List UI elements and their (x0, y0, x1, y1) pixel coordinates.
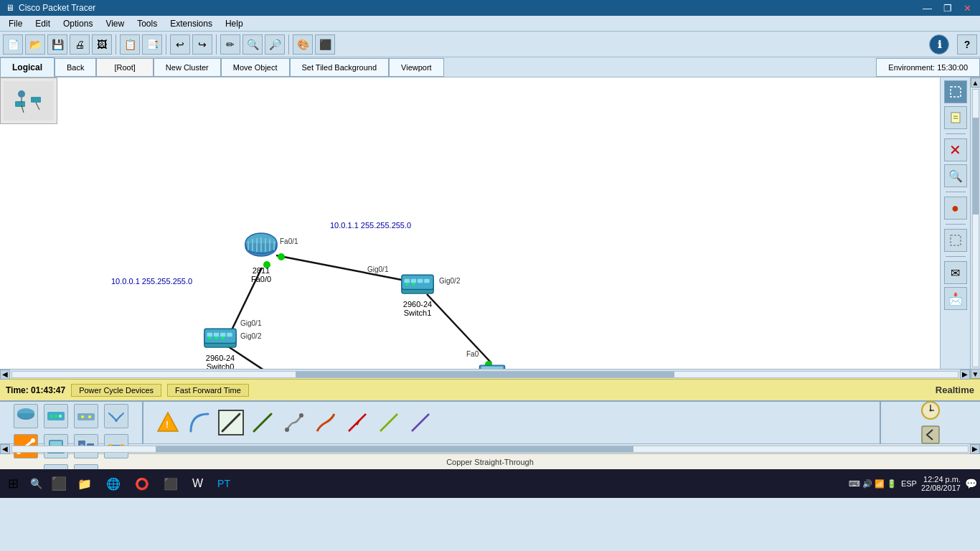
ip-left: 10.0.0.1 255.255.255.0 (111, 277, 192, 286)
thumbnail (0, 77, 57, 124)
copy-button[interactable]: 📋 (120, 34, 140, 55)
switches-category[interactable] (44, 404, 68, 428)
cisco-pt-task[interactable]: PT (212, 471, 236, 496)
scroll-left-btn2[interactable]: ◀ (0, 444, 10, 454)
straight-through-button[interactable] (218, 410, 244, 435)
scroll-down-button[interactable]: ▼ (971, 369, 981, 379)
close-button[interactable]: ✕ (961, 3, 974, 14)
main-toolbar: 📄 📂 💾 🖨 🖼 📋 📑 ↩ ↪ ✏ 🔍 🔎 🎨 ⬛ ℹ ? (0, 32, 980, 57)
paste-button[interactable]: 📑 (142, 34, 162, 55)
console-cable-button[interactable] (187, 410, 212, 435)
usb-cable-button[interactable] (407, 410, 433, 435)
new-cluster-button[interactable]: New Cluster (154, 58, 221, 77)
print-button[interactable]: 🖨 (70, 34, 90, 55)
zoom-button[interactable]: 🔍 (944, 164, 967, 187)
svg-rect-57 (951, 235, 961, 245)
zoom-out-button[interactable]: 🔎 (265, 34, 285, 55)
open-button[interactable]: 📂 (25, 34, 45, 55)
fast-forward-button[interactable]: Fast Forward Time (167, 384, 249, 397)
note-button[interactable] (944, 106, 967, 129)
chrome-task[interactable]: ⭕ (129, 471, 155, 496)
serial-dte-button[interactable] (344, 410, 370, 435)
palette-button[interactable]: 🎨 (293, 34, 313, 55)
zoom-in-button[interactable]: 🔍 (242, 34, 263, 55)
svg-rect-39 (405, 279, 410, 283)
scroll-left-button[interactable]: ◀ (0, 369, 10, 380)
scroll-right-btn2[interactable]: ▶ (970, 444, 980, 454)
help-button[interactable]: ? (957, 34, 977, 55)
network-canvas[interactable]: 2811 Fa0/0 Fa0/1 (0, 77, 940, 369)
scroll-track[interactable] (11, 371, 958, 378)
svg-point-44 (413, 283, 415, 286)
bottom-scrollbar[interactable]: ◀ ▶ (0, 443, 980, 453)
maximize-button[interactable]: ❐ (941, 3, 955, 14)
routers-category[interactable] (14, 404, 38, 428)
crossover-cable-button[interactable] (250, 410, 275, 435)
switch1-name: 2960-24 (403, 300, 432, 309)
svg-rect-54 (951, 113, 960, 123)
set-tiled-bg-button[interactable]: Set Tiled Background (290, 58, 390, 77)
horizontal-scrollbar[interactable]: ◀ ▶ (0, 369, 970, 379)
delete-button[interactable]: ✕ (944, 138, 967, 161)
menu-options[interactable]: Options (57, 17, 98, 30)
notification-button[interactable]: 💬 (965, 478, 977, 489)
window-controls[interactable]: — ❐ ✕ (920, 3, 974, 14)
fiber-cable-button[interactable] (281, 410, 307, 435)
minimize-button[interactable]: — (920, 3, 935, 14)
edge-task[interactable]: 🌐 (100, 471, 126, 496)
device-toolbar: ! ! (0, 400, 980, 443)
scroll-right-button[interactable]: ▶ (960, 369, 970, 380)
power-cycle-button[interactable]: Power Cycle Devices (71, 384, 161, 397)
custom-button[interactable]: ⬛ (315, 34, 335, 55)
language-indicator: ESP (901, 479, 917, 488)
start-button[interactable]: ⊞ (3, 474, 23, 494)
logical-tab[interactable]: Logical (0, 57, 55, 77)
capture-button[interactable]: 🖼 (92, 34, 112, 55)
menu-file[interactable]: File (3, 17, 28, 30)
task-view-button[interactable]: ⬛ (49, 474, 69, 494)
menu-edit[interactable]: Edit (29, 17, 56, 30)
back-button[interactable]: Back (55, 58, 96, 77)
rt-separator2 (946, 192, 966, 192)
save-button[interactable]: 💾 (47, 34, 67, 55)
info-button[interactable]: ℹ (929, 34, 949, 55)
serial-dce-button[interactable] (376, 410, 402, 435)
wireless-category[interactable] (104, 404, 128, 428)
menu-help[interactable]: Help (220, 17, 249, 30)
laptop1[interactable]: Fa0 Laptop-PT Laptop1 (473, 363, 510, 369)
menu-extensions[interactable]: Extensions (164, 17, 218, 30)
dashed-select-button[interactable] (944, 229, 967, 252)
select-tool-button[interactable] (944, 80, 967, 103)
svg-point-67 (115, 419, 118, 422)
v-scroll-track[interactable] (972, 89, 979, 367)
canvas-with-scroll: 2811 Fa0/0 Fa0/1 (0, 77, 970, 379)
svg-rect-50 (481, 367, 503, 369)
search-taskbar-button[interactable]: 🔍 (26, 474, 46, 494)
email-button[interactable]: ✉ (944, 261, 967, 284)
word-task[interactable]: W (187, 471, 209, 496)
scroll-up-button[interactable]: ▲ (971, 77, 981, 88)
menu-view[interactable]: View (100, 17, 130, 30)
redo-button[interactable]: ↪ (192, 34, 212, 55)
new-file-button[interactable]: 📄 (3, 34, 23, 55)
router-2811[interactable]: 2811 Fa0/0 Fa0/1 (244, 232, 278, 283)
vertical-scrollbar[interactable]: ▲ ▼ (970, 77, 980, 379)
draw-button[interactable]: ✏ (220, 34, 240, 55)
shape-select-button[interactable]: ● (944, 197, 967, 220)
viewport-button[interactable]: Viewport (389, 58, 444, 77)
realtime-clock-icon[interactable] (920, 400, 941, 421)
switch1[interactable]: 2960-24 Switch1 Gig0/1 Gig0/2 (400, 271, 435, 317)
menu-tools[interactable]: Tools (131, 17, 163, 30)
envelope-button[interactable]: 📩 (944, 287, 967, 310)
hubs-category[interactable] (74, 404, 98, 428)
svg-rect-31 (214, 333, 219, 337)
back-icon[interactable] (920, 424, 941, 446)
phone-cable-button[interactable] (313, 410, 339, 435)
switch0[interactable]: 2960-24 Switch0 Gig0/1 Gig0/2 (203, 325, 237, 369)
file-explorer-task[interactable]: 📁 (72, 471, 98, 496)
bottom-scroll-track[interactable] (11, 446, 969, 453)
move-object-button[interactable]: Move Object (221, 58, 290, 77)
undo-button[interactable]: ↩ (170, 34, 190, 55)
terminal-task[interactable]: ⬛ (158, 471, 184, 496)
auto-cable-button[interactable]: ! (155, 410, 181, 435)
